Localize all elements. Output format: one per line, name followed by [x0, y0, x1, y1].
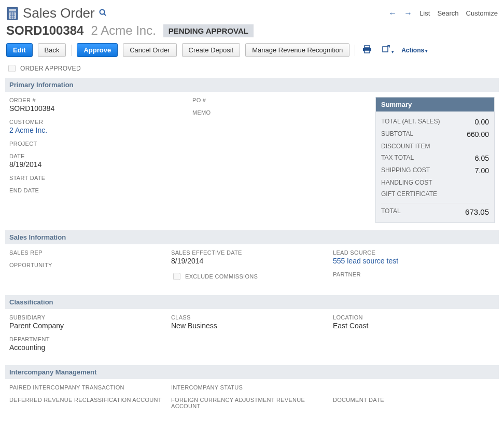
manage-revenue-button[interactable]: Manage Revenue Recognition: [245, 43, 349, 57]
sum-subtotal-label: SUBTOTAL: [381, 130, 413, 138]
subsidiary-label: SUBSIDIARY: [9, 314, 171, 320]
order-num-value: SORD100384: [9, 104, 192, 113]
record-customer: 2 Acme Inc.: [91, 23, 156, 38]
new-window-icon[interactable]: ▾: [379, 44, 396, 57]
back-button[interactable]: Back: [38, 43, 66, 57]
print-icon[interactable]: [360, 44, 374, 57]
location-value: East Coast: [333, 322, 495, 330]
nav-back-arrow[interactable]: ←: [388, 9, 397, 18]
sum-total-alt-label: TOTAL (ALT. SALES): [381, 118, 440, 126]
sum-total: 673.05: [465, 207, 489, 216]
svg-line-9: [104, 14, 106, 16]
cancel-order-button[interactable]: Cancel Order: [123, 43, 176, 57]
order-num-label: ORDER #: [9, 97, 192, 103]
nav-customize[interactable]: Customize: [466, 9, 498, 17]
paired-intercompany-label: PAIRED INTERCOMPANY TRANSACTION: [9, 384, 171, 391]
sum-total-alt: 0.00: [475, 118, 489, 126]
exclude-commissions-label: EXCLUDE COMMISSIONS: [185, 273, 258, 280]
memo-label: MEMO: [192, 109, 375, 116]
section-intercompany-header: Intercompany Management: [5, 365, 499, 379]
class-value: New Business: [171, 322, 333, 330]
sum-tax-label: TAX TOTAL: [381, 154, 414, 162]
svg-rect-12: [365, 50, 370, 53]
partner-label: PARTNER: [333, 271, 495, 277]
date-label: DATE: [9, 153, 192, 159]
lead-source-label: LEAD SOURCE: [333, 249, 495, 256]
section-sales-header: Sales Information: [5, 230, 499, 244]
create-deposit-button[interactable]: Create Deposit: [182, 43, 241, 57]
location-label: LOCATION: [333, 314, 495, 320]
separator: [71, 45, 72, 56]
separator: [355, 45, 355, 56]
nav-list[interactable]: List: [419, 9, 430, 17]
section-classification-header: Classification: [5, 295, 499, 309]
start-date-label: START DATE: [9, 175, 192, 181]
document-date-label: DOCUMENT DATE: [333, 397, 495, 403]
sum-shipping-label: SHIPPING COST: [381, 166, 430, 175]
project-label: PROJECT: [9, 141, 192, 147]
deferred-revenue-label: DEFERRED REVENUE RECLASSIFICATION ACCOUN…: [9, 397, 171, 403]
summary-title: Summary: [376, 97, 494, 112]
sum-discount-label: DISCOUNT ITEM: [381, 143, 430, 150]
section-primary-header: Primary Information: [5, 78, 499, 92]
nav-forward-arrow[interactable]: →: [404, 9, 412, 18]
department-label: DEPARTMENT: [9, 336, 171, 342]
effective-date-value: 8/19/2014: [171, 257, 333, 265]
approve-button[interactable]: Approve: [77, 43, 118, 57]
sum-shipping: 7.00: [475, 166, 489, 175]
summary-panel: Summary TOTAL (ALT. SALES)0.00 SUBTOTAL6…: [375, 97, 495, 223]
sum-total-label: TOTAL: [381, 207, 401, 216]
customer-link[interactable]: 2 Acme Inc.: [9, 126, 192, 134]
department-value: Accounting: [9, 343, 171, 352]
svg-rect-2: [9, 9, 16, 11]
search-icon[interactable]: [99, 9, 106, 18]
customer-label: CUSTOMER: [9, 119, 192, 125]
status-badge: PENDING APPROVAL: [163, 24, 254, 37]
page-title: Sales Order: [23, 5, 95, 21]
intercompany-status-label: INTERCOMPANY STATUS: [171, 384, 333, 391]
order-approved-checkbox: [8, 65, 16, 72]
fx-adjustment-label: FOREIGN CURRENCY ADJUSTMENT REVENUE ACCO…: [171, 397, 333, 409]
order-approved-label: ORDER APPROVED: [20, 65, 81, 72]
sum-tax: 6.05: [475, 154, 489, 162]
date-value: 8/19/2014: [9, 160, 192, 169]
sales-rep-label: SALES REP: [9, 249, 171, 256]
exclude-commissions-checkbox: [173, 273, 180, 280]
sales-order-icon: [6, 6, 19, 21]
sum-handling-label: HANDLING COST: [381, 179, 432, 186]
lead-source-link[interactable]: 555 lead source test: [333, 257, 495, 265]
sum-subtotal: 660.00: [467, 130, 489, 138]
svg-point-8: [100, 10, 104, 15]
subsidiary-value: Parent Company: [9, 322, 171, 330]
effective-date-label: SALES EFFECTIVE DATE: [171, 249, 333, 256]
end-date-label: END DATE: [9, 187, 192, 193]
po-label: PO #: [192, 97, 375, 103]
nav-search[interactable]: Search: [437, 9, 458, 17]
edit-button[interactable]: Edit: [6, 43, 33, 57]
actions-menu[interactable]: Actions▾: [401, 47, 428, 54]
svg-rect-10: [365, 46, 370, 48]
opportunity-label: OPPORTUNITY: [9, 262, 171, 268]
svg-rect-13: [383, 47, 388, 52]
sum-gift-label: GIFT CERTIFICATE: [381, 190, 437, 198]
class-label: CLASS: [171, 314, 333, 320]
record-id: SORD100384: [6, 23, 83, 38]
